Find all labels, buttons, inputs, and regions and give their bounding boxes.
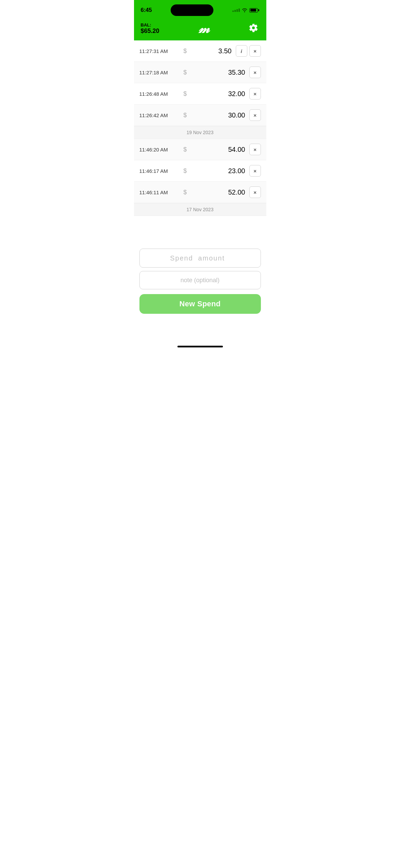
tx-time: 11:46:11 AM: [139, 189, 184, 195]
tx-time: 11:46:20 AM: [139, 147, 184, 152]
dollar-sign: $: [184, 189, 187, 196]
tx-amount: 23.00: [189, 167, 245, 175]
spend-amount-input[interactable]: [139, 249, 261, 268]
tx-actions: ×: [249, 67, 261, 78]
wifi-icon: [242, 8, 247, 12]
info-button[interactable]: i: [236, 45, 247, 57]
tx-time: 11:26:48 AM: [139, 91, 184, 97]
table-row: 11:27:31 AM $ 3.50 i ×: [134, 40, 266, 62]
status-icons: [232, 8, 259, 13]
bottom-spacer: [134, 319, 266, 339]
tx-amount: 3.50: [189, 47, 232, 55]
delete-button[interactable]: ×: [249, 144, 261, 155]
status-bar: 6:45: [134, 0, 266, 18]
signal-icon: [232, 8, 240, 12]
tx-actions: ×: [249, 109, 261, 121]
battery-icon: [249, 8, 259, 13]
delete-button[interactable]: ×: [249, 109, 261, 121]
dollar-sign: $: [184, 90, 187, 97]
transactions-list: 11:27:31 AM $ 3.50 i × 11:27:18 AM $ 35.…: [134, 40, 266, 216]
app-logo: 𝓂: [198, 22, 208, 35]
tx-time: 11:26:42 AM: [139, 112, 184, 118]
tx-amount: 52.00: [189, 188, 245, 196]
tx-amount: 30.00: [189, 111, 245, 119]
home-indicator-area: [134, 339, 266, 351]
dollar-sign: $: [184, 48, 187, 55]
tx-amount: 32.00: [189, 90, 245, 98]
tx-actions: ×: [249, 88, 261, 100]
balance-info: BAL: $65.20: [141, 22, 159, 35]
notch: [171, 4, 213, 16]
table-row: 11:46:17 AM $ 23.00 ×: [134, 160, 266, 182]
tx-time: 11:27:31 AM: [139, 48, 184, 54]
table-row: 11:26:42 AM $ 30.00 ×: [134, 105, 266, 126]
tx-actions: ×: [249, 165, 261, 177]
delete-button[interactable]: ×: [249, 186, 261, 198]
date-separator: 17 Nov 2023: [134, 203, 266, 216]
delete-button[interactable]: ×: [249, 67, 261, 78]
table-row: 11:46:11 AM $ 52.00 ×: [134, 182, 266, 203]
tx-actions: ×: [249, 144, 261, 155]
input-area: [134, 243, 266, 289]
note-input[interactable]: [139, 271, 261, 289]
date-separator: 19 Nov 2023: [134, 126, 266, 139]
table-row: 11:46:20 AM $ 54.00 ×: [134, 139, 266, 160]
tx-time: 11:46:17 AM: [139, 168, 184, 174]
dollar-sign: $: [184, 167, 187, 175]
spacer: [134, 216, 266, 243]
balance-label: BAL:: [141, 22, 159, 28]
tx-amount: 35.30: [189, 69, 245, 76]
gear-icon: [249, 23, 258, 33]
dollar-sign: $: [184, 69, 187, 76]
tx-amount: 54.00: [189, 146, 245, 153]
settings-button[interactable]: [247, 22, 260, 35]
dollar-sign: $: [184, 112, 187, 119]
dollar-sign: $: [184, 146, 187, 153]
status-time: 6:45: [141, 7, 152, 14]
home-indicator: [177, 346, 223, 347]
delete-button[interactable]: ×: [249, 88, 261, 100]
tx-time: 11:27:18 AM: [139, 70, 184, 75]
tx-actions: ×: [249, 186, 261, 198]
tx-actions: i ×: [236, 45, 261, 57]
table-row: 11:26:48 AM $ 32.00 ×: [134, 83, 266, 105]
app-header: BAL: $65.20 𝓂: [134, 18, 266, 40]
table-row: 11:27:18 AM $ 35.30 ×: [134, 62, 266, 83]
balance-amount: $65.20: [141, 28, 159, 35]
new-spend-button[interactable]: New Spend: [139, 294, 261, 314]
delete-button[interactable]: ×: [249, 45, 261, 57]
delete-button[interactable]: ×: [249, 165, 261, 177]
